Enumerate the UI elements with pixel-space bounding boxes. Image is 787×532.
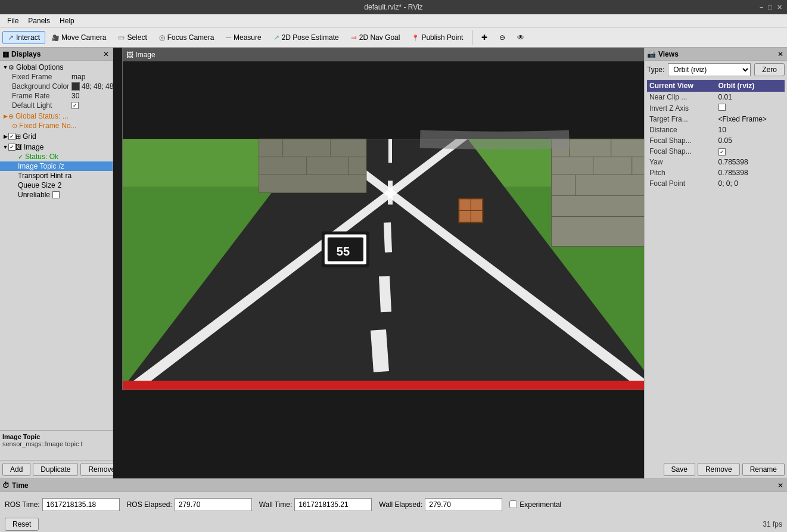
image-window[interactable]: 🖼 Image ✕ <box>122 48 644 390</box>
bg-color-value: 48; 48; 48 <box>71 82 113 91</box>
publish-icon <box>412 33 419 42</box>
toolbar-plus-button[interactable]: ✚ <box>476 31 493 44</box>
bg-color-row: Background Color 48; 48; 48 <box>0 82 113 91</box>
global-options-row[interactable]: ▼ ⚙ Global Options <box>0 63 113 72</box>
toolbar-select-button[interactable]: Select <box>113 31 152 44</box>
near-clip-label: Near Clip ... <box>647 92 716 102</box>
menu-bar: File Panels Help <box>0 14 787 27</box>
reset-button[interactable]: Reset <box>5 518 39 531</box>
unreliable-checkbox[interactable] <box>52 191 60 198</box>
menu-file[interactable]: File <box>2 15 23 26</box>
time-panel-close[interactable]: ✕ <box>776 481 785 490</box>
image-checkbox[interactable]: ✓ <box>8 144 15 151</box>
unreliable-row[interactable]: Unreliable <box>0 190 113 200</box>
frame-rate-row: Frame Rate 30 <box>0 91 113 101</box>
road-scene-svg: 55 <box>123 61 644 390</box>
global-status-row[interactable]: ▶ ⊕ Global Status: ... <box>0 111 113 121</box>
fixed-frame-value[interactable]: map <box>71 73 85 81</box>
duplicate-button[interactable]: Duplicate <box>33 463 78 476</box>
yaw-value[interactable]: 0.785398 <box>716 157 785 167</box>
target-frame-value[interactable]: <Fixed Frame> <box>716 114 785 125</box>
toolbar-2d-nav-button[interactable]: 2D Nav Goal <box>346 31 406 44</box>
svg-rect-11 <box>259 139 366 192</box>
toolbar-move-camera-button[interactable]: Move Camera <box>46 31 111 44</box>
toolbar-eye-button[interactable]: 👁 <box>512 31 530 44</box>
view-focal-point-row: Focal Point 0; 0; 0 <box>647 178 785 189</box>
image-content: 55 <box>123 61 644 390</box>
focal-point-value[interactable]: 0; 0; 0 <box>716 178 785 189</box>
image-row[interactable]: ▼ ✓ 🖼 Image <box>0 142 113 152</box>
global-options-item: ▼ ⚙ Global Options Fixed Frame map Backg… <box>0 62 113 111</box>
views-buttons: Save Remove Rename <box>645 461 787 478</box>
pitch-value[interactable]: 0.785398 <box>716 167 785 178</box>
toolbar-publish-button[interactable]: Publish Point <box>406 31 468 44</box>
distance-label: Distance <box>647 125 716 135</box>
grid-row[interactable]: ▶ ✓ ⊞ Grid <box>0 132 113 141</box>
time-bottom: Reset 31 fps <box>0 517 787 532</box>
frame-rate-value[interactable]: 30 <box>71 92 79 100</box>
yaw-label: Yaw <box>647 157 716 167</box>
svg-line-10 <box>378 330 381 372</box>
toolbar-minus-button[interactable]: ⊖ <box>494 31 511 44</box>
image-topic-row[interactable]: Image Topic /z <box>0 161 113 171</box>
display-icon: ▦ <box>2 50 9 58</box>
description-title: Image Topic <box>2 433 110 440</box>
viewport-3d[interactable]: 🖼 Image ✕ <box>113 48 644 478</box>
color-swatch[interactable] <box>71 82 80 91</box>
view-target-frame-row: Target Fra... <Fixed Frame> <box>647 114 785 125</box>
window-controls[interactable]: − □ ✕ <box>760 4 782 11</box>
select-icon <box>118 33 125 42</box>
experimental-checkbox[interactable] <box>509 500 517 508</box>
time-panel-title: ⏱ Time <box>2 481 29 490</box>
invert-z-checkbox[interactable] <box>718 104 726 111</box>
eye-icon: 👁 <box>517 33 524 42</box>
grid-icon: ⊞ <box>15 133 21 141</box>
displays-panel-title: ▦ Displays <box>2 50 41 58</box>
ros-time-field: ROS Time: <box>5 498 120 511</box>
focal-shape2-value[interactable]: ✓ <box>716 146 785 157</box>
views-panel-title: 📷 Views <box>647 50 679 58</box>
toolbar-focus-button[interactable]: Focus Camera <box>154 31 220 44</box>
wall-elapsed-input[interactable] <box>425 498 502 511</box>
default-light-checkbox[interactable]: ✓ <box>71 102 79 109</box>
focal-shape1-value[interactable]: 0.05 <box>716 135 785 146</box>
svg-text:55: 55 <box>337 245 350 258</box>
transport-hint-row[interactable]: Transport Hint ra <box>0 171 113 181</box>
grid-checkbox[interactable]: ✓ <box>8 133 15 140</box>
add-button[interactable]: Add <box>2 463 30 476</box>
ros-elapsed-input[interactable] <box>175 498 252 511</box>
description-panel: Image Topic sensor_msgs::Image topic t <box>0 430 113 460</box>
displays-panel-close[interactable]: ✕ <box>102 50 110 58</box>
ros-time-input[interactable] <box>42 498 120 511</box>
views-save-button[interactable]: Save <box>664 463 695 476</box>
current-view-type: Orbit (rviz) <box>716 80 785 92</box>
menu-panels[interactable]: Panels <box>23 15 55 26</box>
svg-line-8 <box>387 222 388 252</box>
target-frame-label: Target Fra... <box>647 114 716 125</box>
toolbar-measure-button[interactable]: Measure <box>220 31 266 44</box>
invert-z-value[interactable] <box>716 102 785 114</box>
toolbar-interact-button[interactable]: Interact <box>2 31 45 44</box>
fixed-frame-row: Fixed Frame map <box>0 72 113 82</box>
wall-time-input[interactable] <box>294 498 372 511</box>
near-clip-value[interactable]: 0.01 <box>716 92 785 102</box>
current-view-table: Current View Orbit (rviz) Near Clip ... … <box>647 80 785 189</box>
type-select[interactable]: Orbit (rviz) <box>668 63 751 76</box>
invert-z-label: Invert Z Axis <box>647 102 716 114</box>
views-rename-button[interactable]: Rename <box>742 463 785 476</box>
views-panel-close[interactable]: ✕ <box>776 50 785 58</box>
menu-help[interactable]: Help <box>55 15 79 26</box>
bg-color-label: Background Color <box>12 82 71 91</box>
wall-elapsed-field: Wall Elapsed: <box>379 498 502 511</box>
toolbar-2d-pose-button[interactable]: 2D Pose Estimate <box>268 31 344 44</box>
view-invert-z-row: Invert Z Axis <box>647 102 785 114</box>
zero-button[interactable]: Zero <box>754 63 785 76</box>
toolbar-sep <box>472 30 472 45</box>
distance-value[interactable]: 10 <box>716 125 785 135</box>
views-remove-button[interactable]: Remove <box>698 463 740 476</box>
wall-time-field: Wall Time: <box>259 498 372 511</box>
queue-size-row[interactable]: Queue Size 2 <box>0 181 113 190</box>
focal-shape2-checkbox[interactable]: ✓ <box>718 148 726 155</box>
wall-time-label: Wall Time: <box>259 500 293 509</box>
time-panel: ⏱ Time ✕ ROS Time: ROS Elapsed: Wall Tim… <box>0 478 787 532</box>
